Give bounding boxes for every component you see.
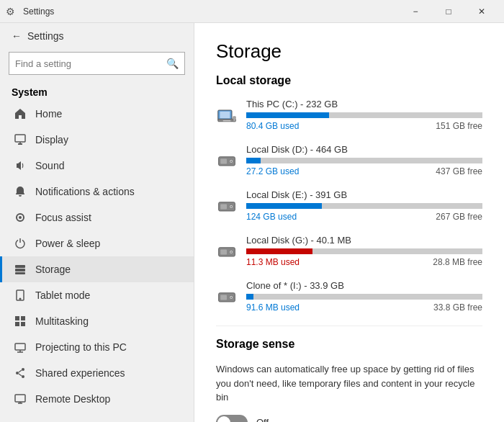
section-label: System bbox=[0, 81, 194, 101]
svg-rect-42 bbox=[220, 295, 227, 300]
drive-item[interactable]: Local Disk (D:) - 464 GB 27.2 GB used 43… bbox=[216, 144, 482, 176]
drive-info: 124 GB used 267 GB free bbox=[246, 212, 482, 222]
maximize-button[interactable]: □ bbox=[432, 0, 465, 23]
sidebar-item-focus[interactable]: Focus assist bbox=[0, 205, 194, 230]
drive-name: This PC (C:) - 232 GB bbox=[246, 99, 482, 109]
search-input[interactable] bbox=[15, 58, 162, 69]
drives-list: This PC (C:) - 232 GB 80.4 GB used 151 G… bbox=[216, 99, 482, 313]
drive-free: 28.8 MB free bbox=[433, 257, 482, 267]
svg-point-36 bbox=[230, 206, 232, 207]
toggle-row: Off bbox=[216, 415, 482, 423]
drive-details: This PC (C:) - 232 GB 80.4 GB used 151 G… bbox=[246, 99, 482, 131]
drive-bar bbox=[246, 203, 482, 209]
drive-item[interactable]: Clone of * (I:) - 33.9 GB 91.6 MB used 3… bbox=[216, 280, 482, 313]
drive-item[interactable]: Local Disk (G:) - 40.1 MB 11.3 MB used 2… bbox=[216, 235, 482, 267]
drive-icon bbox=[216, 150, 238, 171]
storage-sense-section: Storage sense Windows can automatically … bbox=[216, 326, 482, 422]
main-layout: ← Settings 🔍 System Home Display Sound bbox=[0, 23, 504, 422]
back-arrow-icon: ← bbox=[12, 30, 22, 42]
svg-line-20 bbox=[19, 374, 22, 376]
remote-icon bbox=[14, 392, 27, 405]
sidebar-item-projecting[interactable]: Projecting to this PC bbox=[0, 334, 194, 360]
drive-icon bbox=[216, 286, 238, 307]
sidebar-item-display[interactable]: Display bbox=[0, 127, 194, 153]
svg-rect-21 bbox=[15, 395, 25, 402]
drive-bar-fill bbox=[246, 248, 312, 254]
toggle-label: Off bbox=[256, 417, 269, 422]
svg-point-8 bbox=[19, 298, 21, 300]
drive-details: Clone of * (I:) - 33.9 GB 91.6 MB used 3… bbox=[246, 280, 482, 313]
sidebar-label-sound: Sound bbox=[35, 160, 64, 171]
close-button[interactable]: ✕ bbox=[465, 0, 498, 23]
svg-rect-6 bbox=[15, 272, 25, 274]
drive-info: 11.3 MB used 28.8 MB free bbox=[246, 257, 482, 267]
svg-point-18 bbox=[22, 375, 24, 378]
drive-bar-fill bbox=[246, 294, 253, 300]
drive-icon bbox=[216, 104, 238, 126]
svg-point-17 bbox=[16, 372, 19, 374]
sidebar-label-projecting: Projecting to this PC bbox=[35, 341, 127, 353]
drive-details: Local Disk (D:) - 464 GB 27.2 GB used 43… bbox=[246, 144, 482, 176]
sidebar-item-sound[interactable]: Sound bbox=[0, 153, 194, 179]
local-storage-title: Local storage bbox=[216, 74, 482, 87]
svg-rect-9 bbox=[15, 316, 19, 320]
drive-bar-fill bbox=[246, 203, 322, 209]
svg-point-16 bbox=[22, 368, 24, 371]
tablet-icon bbox=[14, 289, 27, 302]
drive-name: Local Disk (G:) - 40.1 MB bbox=[246, 235, 482, 246]
minimize-button[interactable]: − bbox=[399, 0, 432, 23]
multitasking-icon bbox=[14, 315, 27, 328]
drive-details: Local Disk (G:) - 40.1 MB 11.3 MB used 2… bbox=[246, 235, 482, 267]
sidebar-item-home[interactable]: Home bbox=[0, 101, 194, 127]
page-title: Storage bbox=[216, 40, 482, 63]
titlebar-title: Settings bbox=[23, 6, 399, 17]
svg-point-3 bbox=[19, 216, 22, 219]
svg-rect-11 bbox=[15, 322, 19, 326]
drive-free: 437 GB free bbox=[436, 166, 482, 176]
sidebar-item-notifications[interactable]: Notifications & actions bbox=[0, 179, 194, 205]
drive-info: 27.2 GB used 437 GB free bbox=[246, 166, 482, 176]
projecting-icon bbox=[14, 341, 27, 354]
storage-icon bbox=[14, 263, 27, 276]
drive-info: 91.6 MB used 33.8 GB free bbox=[246, 302, 482, 313]
storage-sense-toggle[interactable] bbox=[216, 415, 248, 423]
drive-bar bbox=[246, 112, 482, 118]
sidebar-item-remote[interactable]: Remote Desktop bbox=[0, 386, 194, 412]
power-icon bbox=[14, 237, 27, 250]
svg-rect-28 bbox=[233, 116, 236, 121]
storage-sense-description: Windows can automatically free up space … bbox=[216, 362, 482, 405]
drive-used: 27.2 GB used bbox=[246, 166, 299, 176]
svg-point-32 bbox=[230, 161, 232, 162]
drive-bar bbox=[246, 158, 482, 163]
drive-info: 80.4 GB used 151 GB free bbox=[246, 121, 482, 131]
sidebar-item-storage[interactable]: Storage bbox=[0, 256, 194, 282]
drive-used: 11.3 MB used bbox=[246, 257, 300, 267]
sidebar-label-tablet: Tablet mode bbox=[35, 289, 90, 301]
drive-icon bbox=[216, 195, 238, 217]
drive-item[interactable]: This PC (C:) - 232 GB 80.4 GB used 151 G… bbox=[216, 99, 482, 131]
notifications-icon bbox=[14, 185, 27, 198]
sidebar-label-remote: Remote Desktop bbox=[35, 393, 110, 405]
drive-used: 91.6 MB used bbox=[246, 302, 300, 313]
sidebar-label-focus: Focus assist bbox=[35, 212, 91, 223]
drive-used: 124 GB used bbox=[246, 212, 297, 222]
sidebar: ← Settings 🔍 System Home Display Sound bbox=[0, 23, 194, 422]
sidebar-item-power[interactable]: Power & sleep bbox=[0, 230, 194, 256]
sound-icon bbox=[14, 159, 27, 172]
window-controls: − □ ✕ bbox=[399, 0, 498, 23]
drive-free: 151 GB free bbox=[436, 121, 482, 131]
svg-rect-13 bbox=[15, 344, 25, 350]
sidebar-label-home: Home bbox=[35, 108, 62, 120]
sidebar-item-multitasking[interactable]: Multitasking bbox=[0, 308, 194, 334]
svg-rect-10 bbox=[21, 316, 25, 320]
svg-point-44 bbox=[230, 297, 232, 298]
svg-rect-0 bbox=[15, 135, 25, 142]
sidebar-item-shared[interactable]: Shared experiences bbox=[0, 360, 194, 386]
drive-item[interactable]: Local Disk (E:) - 391 GB 124 GB used 267… bbox=[216, 189, 482, 222]
sidebar-item-tablet[interactable]: Tablet mode bbox=[0, 282, 194, 308]
search-box[interactable]: 🔍 bbox=[9, 52, 185, 75]
drive-name: Clone of * (I:) - 33.9 GB bbox=[246, 280, 482, 291]
drive-bar bbox=[246, 248, 482, 254]
back-button[interactable]: ← Settings bbox=[0, 23, 194, 49]
svg-rect-12 bbox=[21, 322, 25, 326]
